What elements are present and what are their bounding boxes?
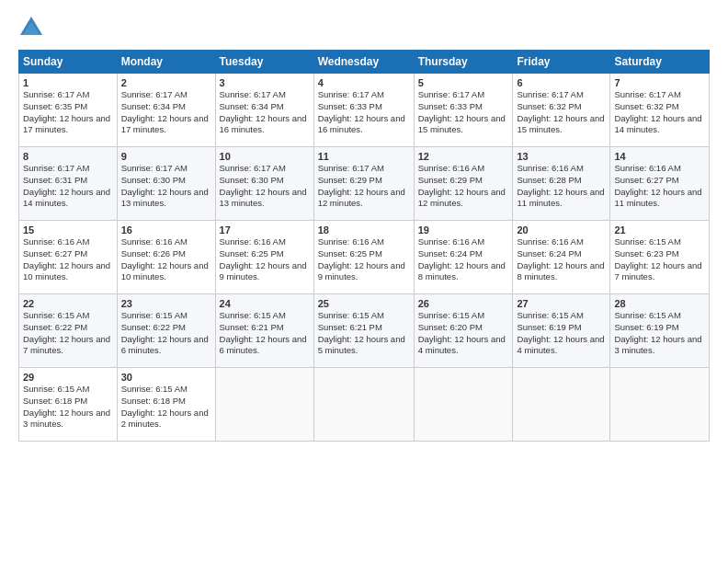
day-number: 14 (614, 151, 705, 162)
calendar-day-cell: 27 Sunrise: 6:15 AMSunset: 6:19 PMDaylig… (513, 294, 610, 368)
day-info: Sunrise: 6:15 AMSunset: 6:21 PMDaylight:… (318, 310, 405, 355)
calendar-day-cell: 10 Sunrise: 6:17 AMSunset: 6:30 PMDaylig… (215, 147, 313, 221)
day-info: Sunrise: 6:15 AMSunset: 6:23 PMDaylight:… (614, 236, 701, 282)
calendar-day-cell: 30 Sunrise: 6:15 AMSunset: 6:18 PMDaylig… (117, 368, 215, 442)
day-number: 17 (220, 224, 310, 236)
day-number: 12 (418, 151, 509, 162)
page-container: SundayMondayTuesdayWednesdayThursdayFrid… (0, 0, 728, 451)
calendar-week-row: 15 Sunrise: 6:16 AMSunset: 6:27 PMDaylig… (19, 221, 710, 294)
day-number: 3 (220, 77, 310, 88)
empty-cell (513, 368, 610, 442)
day-number: 21 (614, 224, 705, 236)
day-info: Sunrise: 6:16 AMSunset: 6:29 PMDaylight:… (418, 163, 506, 208)
day-number: 6 (517, 77, 606, 88)
weekday-header: Friday (513, 51, 610, 74)
day-info: Sunrise: 6:16 AMSunset: 6:25 PMDaylight:… (220, 236, 307, 282)
calendar-day-cell: 7 Sunrise: 6:17 AMSunset: 6:32 PMDayligh… (610, 74, 710, 147)
day-info: Sunrise: 6:17 AMSunset: 6:34 PMDaylight:… (220, 89, 307, 134)
calendar-day-cell: 14 Sunrise: 6:16 AMSunset: 6:27 PMDaylig… (610, 147, 710, 221)
calendar-day-cell: 13 Sunrise: 6:16 AMSunset: 6:28 PMDaylig… (513, 147, 610, 221)
day-info: Sunrise: 6:15 AMSunset: 6:22 PMDaylight:… (121, 310, 209, 355)
day-info: Sunrise: 6:17 AMSunset: 6:30 PMDaylight:… (220, 163, 307, 208)
day-number: 20 (517, 224, 606, 236)
day-number: 10 (220, 151, 310, 162)
weekday-header: Saturday (610, 51, 710, 74)
day-number: 8 (23, 151, 113, 162)
calendar-day-cell: 2 Sunrise: 6:17 AMSunset: 6:34 PMDayligh… (117, 74, 215, 147)
day-number: 30 (121, 372, 211, 383)
day-number: 24 (220, 298, 310, 309)
calendar-day-cell: 5 Sunrise: 6:17 AMSunset: 6:33 PMDayligh… (414, 74, 513, 147)
day-number: 26 (418, 298, 509, 309)
weekday-header: Monday (117, 51, 215, 74)
day-info: Sunrise: 6:17 AMSunset: 6:34 PMDaylight:… (121, 89, 209, 134)
calendar-day-cell: 11 Sunrise: 6:17 AMSunset: 6:29 PMDaylig… (313, 147, 414, 221)
calendar-day-cell: 26 Sunrise: 6:15 AMSunset: 6:20 PMDaylig… (414, 294, 513, 368)
day-info: Sunrise: 6:16 AMSunset: 6:28 PMDaylight:… (517, 163, 604, 208)
day-number: 5 (418, 77, 509, 88)
calendar-day-cell: 20 Sunrise: 6:16 AMSunset: 6:24 PMDaylig… (513, 221, 610, 294)
logo-icon (18, 15, 44, 40)
calendar-day-cell: 29 Sunrise: 6:15 AMSunset: 6:18 PMDaylig… (19, 368, 118, 442)
day-info: Sunrise: 6:15 AMSunset: 6:19 PMDaylight:… (517, 310, 604, 355)
calendar-day-cell: 24 Sunrise: 6:15 AMSunset: 6:21 PMDaylig… (215, 294, 313, 368)
calendar-week-row: 29 Sunrise: 6:15 AMSunset: 6:18 PMDaylig… (19, 368, 710, 442)
weekday-header: Wednesday (313, 51, 414, 74)
day-info: Sunrise: 6:15 AMSunset: 6:18 PMDaylight:… (23, 384, 110, 429)
day-info: Sunrise: 6:15 AMSunset: 6:21 PMDaylight:… (220, 310, 307, 355)
calendar-week-row: 1 Sunrise: 6:17 AMSunset: 6:35 PMDayligh… (19, 74, 710, 147)
calendar-table: SundayMondayTuesdayWednesdayThursdayFrid… (18, 50, 710, 442)
weekday-header: Sunday (19, 51, 118, 74)
day-info: Sunrise: 6:15 AMSunset: 6:20 PMDaylight:… (418, 310, 506, 355)
day-info: Sunrise: 6:17 AMSunset: 6:30 PMDaylight:… (121, 163, 209, 208)
calendar-day-cell: 18 Sunrise: 6:16 AMSunset: 6:25 PMDaylig… (313, 221, 414, 294)
day-number: 19 (418, 224, 509, 236)
day-info: Sunrise: 6:16 AMSunset: 6:25 PMDaylight:… (318, 236, 405, 282)
calendar-week-row: 8 Sunrise: 6:17 AMSunset: 6:31 PMDayligh… (19, 147, 710, 221)
day-info: Sunrise: 6:15 AMSunset: 6:18 PMDaylight:… (121, 384, 209, 429)
calendar-day-cell: 4 Sunrise: 6:17 AMSunset: 6:33 PMDayligh… (313, 74, 414, 147)
day-info: Sunrise: 6:17 AMSunset: 6:32 PMDaylight:… (614, 89, 701, 134)
day-number: 13 (517, 151, 606, 162)
day-number: 1 (23, 77, 113, 88)
calendar-day-cell: 8 Sunrise: 6:17 AMSunset: 6:31 PMDayligh… (19, 147, 118, 221)
day-info: Sunrise: 6:16 AMSunset: 6:24 PMDaylight:… (517, 236, 604, 282)
calendar-day-cell: 6 Sunrise: 6:17 AMSunset: 6:32 PMDayligh… (513, 74, 610, 147)
day-number: 18 (318, 224, 410, 236)
calendar-day-cell: 19 Sunrise: 6:16 AMSunset: 6:24 PMDaylig… (414, 221, 513, 294)
day-info: Sunrise: 6:17 AMSunset: 6:32 PMDaylight:… (517, 89, 604, 134)
day-info: Sunrise: 6:16 AMSunset: 6:27 PMDaylight:… (23, 236, 110, 282)
calendar-day-cell: 21 Sunrise: 6:15 AMSunset: 6:23 PMDaylig… (610, 221, 710, 294)
page-header (18, 15, 710, 40)
calendar-day-cell: 17 Sunrise: 6:16 AMSunset: 6:25 PMDaylig… (215, 221, 313, 294)
calendar-day-cell: 28 Sunrise: 6:15 AMSunset: 6:19 PMDaylig… (610, 294, 710, 368)
calendar-day-cell: 3 Sunrise: 6:17 AMSunset: 6:34 PMDayligh… (215, 74, 313, 147)
weekday-header-row: SundayMondayTuesdayWednesdayThursdayFrid… (19, 51, 710, 74)
calendar-day-cell: 22 Sunrise: 6:15 AMSunset: 6:22 PMDaylig… (19, 294, 118, 368)
day-number: 11 (318, 151, 410, 162)
empty-cell (215, 368, 313, 442)
day-number: 9 (121, 151, 211, 162)
day-number: 2 (121, 77, 211, 88)
day-info: Sunrise: 6:17 AMSunset: 6:31 PMDaylight:… (23, 163, 110, 208)
day-number: 28 (614, 298, 705, 309)
calendar-day-cell: 23 Sunrise: 6:15 AMSunset: 6:22 PMDaylig… (117, 294, 215, 368)
empty-cell (313, 368, 414, 442)
calendar-day-cell: 12 Sunrise: 6:16 AMSunset: 6:29 PMDaylig… (414, 147, 513, 221)
day-info: Sunrise: 6:17 AMSunset: 6:33 PMDaylight:… (318, 89, 405, 134)
day-number: 16 (121, 224, 211, 236)
day-info: Sunrise: 6:16 AMSunset: 6:26 PMDaylight:… (121, 236, 209, 282)
weekday-header: Thursday (414, 51, 513, 74)
day-info: Sunrise: 6:17 AMSunset: 6:35 PMDaylight:… (23, 89, 110, 134)
day-info: Sunrise: 6:15 AMSunset: 6:22 PMDaylight:… (23, 310, 110, 355)
empty-cell (414, 368, 513, 442)
day-number: 23 (121, 298, 211, 309)
calendar-day-cell: 25 Sunrise: 6:15 AMSunset: 6:21 PMDaylig… (313, 294, 414, 368)
day-info: Sunrise: 6:16 AMSunset: 6:27 PMDaylight:… (614, 163, 701, 208)
day-number: 27 (517, 298, 606, 309)
day-info: Sunrise: 6:15 AMSunset: 6:19 PMDaylight:… (614, 310, 701, 355)
calendar-day-cell: 16 Sunrise: 6:16 AMSunset: 6:26 PMDaylig… (117, 221, 215, 294)
empty-cell (610, 368, 710, 442)
day-number: 22 (23, 298, 113, 309)
weekday-header: Tuesday (215, 51, 313, 74)
